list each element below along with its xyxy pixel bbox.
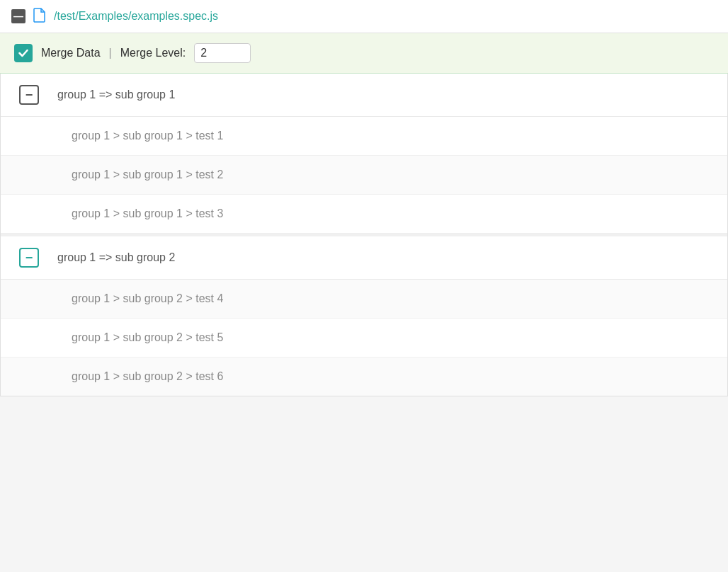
merge-data-checkbox[interactable] [14, 44, 33, 62]
file-icon [33, 7, 47, 25]
collapse-icon-outline: − [19, 248, 39, 268]
test-row: group 1 > sub group 1 > test 1 [1, 117, 727, 156]
test-label: group 1 > sub group 2 > test 5 [72, 331, 223, 344]
minimize-button[interactable]: — [11, 9, 25, 23]
group-label-0: group 1 => sub group 1 [57, 77, 175, 113]
toolbar-divider: | [109, 47, 112, 59]
group-label-1: group 1 => sub group 2 [57, 240, 175, 275]
test-row: group 1 > sub group 2 > test 6 [1, 358, 727, 396]
merge-level-input[interactable] [194, 43, 251, 63]
test-label: group 1 > sub group 1 > test 3 [72, 207, 223, 220]
collapse-button-1[interactable]: − [1, 236, 57, 279]
collapse-button-0[interactable]: − [1, 74, 57, 116]
title-bar: — /test/Examples/examples.spec.js [0, 0, 728, 33]
test-row: group 1 > sub group 2 > test 5 [1, 319, 727, 358]
group-row-0: −group 1 => sub group 1 [1, 74, 727, 117]
test-label: group 1 > sub group 2 > test 6 [72, 370, 223, 383]
toolbar: Merge Data | Merge Level: [0, 33, 728, 74]
merge-data-label: Merge Data [41, 47, 101, 59]
test-row: group 1 > sub group 2 > test 4 [1, 280, 727, 319]
merge-level-label: Merge Level: [120, 47, 186, 59]
group-row-1: −group 1 => sub group 2 [1, 236, 727, 280]
main-content: −group 1 => sub group 1group 1 > sub gro… [0, 74, 728, 396]
test-row: group 1 > sub group 1 > test 3 [1, 195, 727, 234]
collapse-icon-filled: − [19, 85, 39, 105]
test-row: group 1 > sub group 1 > test 2 [1, 156, 727, 195]
test-label: group 1 > sub group 1 > test 2 [72, 168, 223, 181]
test-label: group 1 > sub group 2 > test 4 [72, 292, 223, 305]
file-path: /test/Examples/examples.spec.js [54, 10, 218, 23]
test-label: group 1 > sub group 1 > test 1 [72, 130, 223, 142]
